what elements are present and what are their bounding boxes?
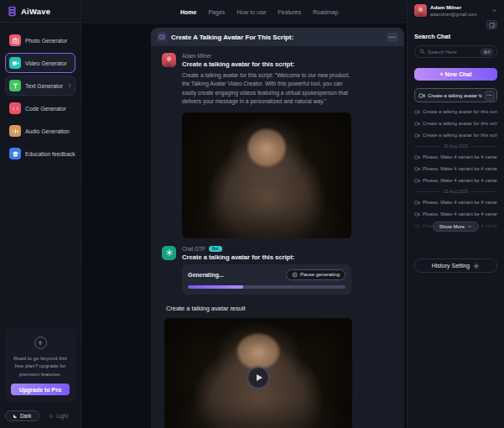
sidebar-item-label: Video Generator [25, 60, 67, 66]
arrow-up-circle-icon [34, 337, 47, 349]
moon-icon [13, 414, 18, 419]
nav-how-to-use[interactable]: How to use [236, 9, 266, 15]
pause-generating-button[interactable]: Pause generating [286, 269, 346, 280]
play-icon [257, 374, 262, 381]
video-chat-icon [414, 133, 420, 138]
bot-name: Chat GTP [182, 246, 205, 252]
sidebar-toggle-icon [489, 22, 496, 29]
search-box: ⌘F [414, 45, 497, 58]
generating-label: Generating... [188, 272, 224, 278]
upgrade-card: Read to go beyond this free plan? upgrad… [5, 328, 75, 402]
code-icon [9, 102, 21, 114]
user-email: adamilner@gmail.com [430, 12, 477, 17]
message-body: Create a talking avatar for this script:… [182, 71, 351, 107]
bot-asterisk-icon [165, 248, 174, 257]
bot-message: Chat GTP Bot Create a talking avatar for… [162, 246, 393, 295]
show-more-button[interactable]: Show More [433, 222, 479, 232]
audio-icon [9, 125, 21, 137]
video-chat-icon [414, 211, 420, 217]
active-chat-label: Create a talking avatar for thi [428, 93, 482, 98]
video-chat-icon [414, 109, 420, 115]
video-icon [9, 57, 21, 69]
right-sidebar: Adam Milner adamilner@gmail.com Search C… [407, 0, 504, 428]
chat-history-item[interactable]: Create a talking avatar for this scrip [414, 129, 497, 141]
progress-fill [188, 285, 243, 289]
nav-home[interactable]: Home [180, 9, 196, 15]
chat-body: Adam Milner Create a talking avatar for … [151, 46, 404, 428]
theme-toggle: Dark Light [5, 410, 75, 421]
panel-collapse-button[interactable] [486, 20, 497, 29]
chevron-right-icon [67, 83, 72, 88]
left-sidebar: AiWave Photo Generator Video Generator [0, 0, 81, 428]
chat-panel: Create A Talking Avatar For This Script:… [151, 28, 404, 428]
camera-icon [9, 34, 21, 46]
sidebar-menu: Photo Generator Video Generator Text Gen… [5, 23, 75, 164]
sidebar-item-education-feedback[interactable]: Education feedback [5, 144, 75, 164]
chat-history-item[interactable]: Please, Make 4 variant ke 4 varian [414, 208, 497, 220]
chat-options-button[interactable]: ••• [387, 33, 398, 42]
chat-history-item[interactable]: Create a talking avatar for this scrip [414, 106, 497, 117]
sidebar-item-label: Audio Generation [25, 128, 70, 134]
search-chat-heading: Search Chat [414, 33, 497, 40]
dark-mode-button[interactable]: Dark [5, 410, 39, 421]
chevron-down-icon [491, 8, 497, 13]
sidebar-item-text-generator[interactable]: Text Generator [5, 76, 75, 96]
top-nav: Home Pages How to use Features Roadmap [180, 0, 338, 23]
search-icon [419, 49, 425, 55]
chat-item-options-button[interactable]: ••• [485, 91, 495, 101]
bot-avatar [162, 246, 176, 260]
chevron-down-icon [467, 224, 472, 229]
video-chat-icon [414, 166, 420, 172]
sidebar-item-label: Text Generator [25, 83, 63, 89]
user-avatar [414, 4, 427, 17]
result-label: Create a talking avatar result [166, 305, 393, 312]
nav-pages[interactable]: Pages [208, 9, 225, 15]
chat-title: Create A Talking Avatar For This Script: [171, 34, 382, 41]
message-title: Create a talking avatar for this script: [182, 60, 351, 68]
chat-history-list: Create a talking avatar for this scrip C… [414, 106, 497, 232]
video-chat-icon [418, 92, 425, 99]
prompt-icon [157, 32, 167, 42]
chat-history-item[interactable]: Please, Make 4 variant ke 4 varian [414, 196, 497, 208]
bot-badge: Bot [209, 246, 222, 252]
user-menu[interactable]: Adam Milner adamilner@gmail.com [414, 4, 497, 17]
date-divider: 22 Aug 2023 [414, 144, 497, 149]
light-mode-button[interactable]: Light [42, 410, 76, 421]
result-video[interactable] [164, 318, 352, 428]
new-chat-button[interactable]: + New Chat [414, 68, 497, 81]
bot-message-title: Create a talking avatar for this script: [182, 253, 351, 261]
sidebar-item-label: Code Generator [25, 106, 66, 112]
video-chat-icon [414, 121, 420, 127]
video-chat-icon [414, 154, 420, 160]
sidebar-item-code-generator[interactable]: Code Generator [5, 98, 75, 118]
sidebar-item-label: Photo Generator [25, 38, 67, 44]
sidebar-item-photo-generator[interactable]: Photo Generator [5, 30, 75, 50]
aiwave-app: Home Pages How to use Features Roadmap A… [0, 0, 504, 428]
date-divider: 21 Aug 2023 [414, 189, 497, 194]
upgrade-to-pro-button[interactable]: Upgrade to Pro [11, 384, 70, 395]
search-shortcut-badge: ⌘F [480, 48, 494, 56]
user-message-avatar [162, 53, 176, 67]
chat-header: Create A Talking Avatar For This Script:… [151, 28, 404, 46]
play-button[interactable] [247, 367, 269, 389]
history-setting-button[interactable]: History Setting [414, 258, 497, 273]
chat-history-item[interactable]: Please, Make 4 variant ke 4 varian [414, 175, 497, 186]
gear-icon [473, 263, 480, 269]
generating-card: Generating... Pause generating [182, 264, 351, 295]
upgrade-text: Read to go beyond this free plan? upgrad… [11, 354, 70, 378]
sidebar-item-audio-generation[interactable]: Audio Generation [5, 121, 75, 141]
sidebar-item-video-generator[interactable]: Video Generator [5, 53, 75, 73]
nav-features[interactable]: Features [278, 9, 301, 15]
nav-roadmap[interactable]: Roadmap [313, 9, 338, 15]
avatar-source-image [182, 112, 351, 238]
active-chat-item[interactable]: Create a talking avatar for thi ••• [414, 88, 497, 102]
brand-name: AiWave [21, 7, 50, 16]
chat-history-item[interactable]: Please, Make 4 variant ke 4 varian [414, 151, 497, 163]
user-message: Adam Milner Create a talking avatar for … [162, 53, 393, 238]
chat-history-item[interactable]: Please, Make 4 variant ke 4 varian [414, 163, 497, 175]
chat-history-item[interactable]: Create a talking avatar for this scrip [414, 117, 497, 129]
brand-logo[interactable]: AiWave [0, 0, 81, 23]
sidebar-item-label: Education feedback [25, 151, 75, 157]
user-name: Adam Milner [430, 4, 477, 11]
search-input[interactable] [428, 49, 477, 55]
